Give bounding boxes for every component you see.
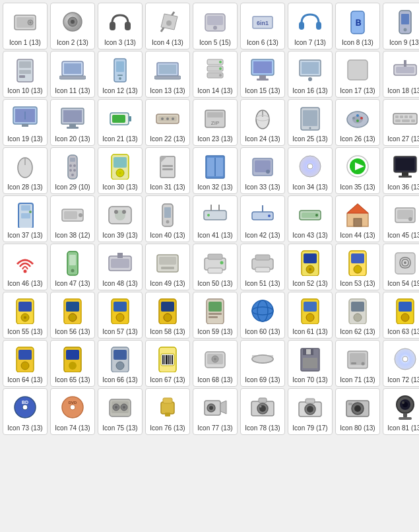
- icon-cell-45[interactable]: Icon 45 (13): [383, 195, 419, 242]
- icon-cell-58[interactable]: Icon 58 (13): [145, 292, 190, 339]
- icon-cell-30[interactable]: Icon 30 (13): [98, 147, 143, 194]
- icon-cell-6[interactable]: 6in1Icon 6 (13): [240, 3, 285, 50]
- icon-cell-28[interactable]: Icon 28 (13): [3, 147, 48, 194]
- icon-cell-5[interactable]: Icon 5 (15): [193, 3, 238, 50]
- icon-cell-31[interactable]: Icon 31 (13): [145, 147, 190, 194]
- icon-cell-25[interactable]: Icon 25 (13): [288, 99, 333, 146]
- icon-cell-57[interactable]: Icon 57 (13): [98, 292, 143, 339]
- icon-cell-39[interactable]: Icon 39 (13): [98, 195, 143, 242]
- icon-cell-1[interactable]: Icon 1 (13): [3, 3, 48, 50]
- icon-cell-3[interactable]: Icon 3 (13): [98, 3, 143, 50]
- icon-cell-36[interactable]: Icon 36 (13): [383, 147, 419, 194]
- icon-cell-18[interactable]: Icon 18 (13): [383, 51, 419, 98]
- icon-cell-17[interactable]: Icon 17 (13): [335, 51, 380, 98]
- svg-rect-165: [161, 267, 174, 269]
- icon-cell-33[interactable]: Icon 33 (13): [240, 147, 285, 194]
- icon-cell-11[interactable]: Icon 11 (13): [50, 51, 95, 98]
- icon-cell-20[interactable]: Icon 20 (13): [50, 99, 95, 146]
- svg-rect-233: [252, 355, 273, 359]
- icon-cell-44[interactable]: Icon 44 (13): [335, 195, 380, 242]
- svg-point-181: [404, 261, 406, 264]
- svg-rect-183: [18, 302, 32, 312]
- svg-rect-270: [306, 399, 315, 403]
- icon-image-41: [199, 199, 231, 230]
- icon-cell-77[interactable]: Icon 77 (13): [193, 388, 238, 435]
- icon-cell-67[interactable]: Icon 67 (13): [145, 340, 190, 387]
- svg-point-194: [164, 314, 172, 321]
- icon-cell-23[interactable]: ZIPIcon 23 (13): [193, 99, 238, 146]
- icon-cell-81[interactable]: Icon 81 (13): [383, 388, 419, 435]
- icon-cell-78[interactable]: Icon 78 (13): [240, 388, 285, 435]
- icon-cell-37[interactable]: Icon 37 (13): [3, 195, 48, 242]
- icon-cell-29[interactable]: Icon 29 (10): [50, 147, 95, 194]
- icon-cell-7[interactable]: Icon 7 (13): [288, 3, 333, 50]
- icon-cell-47[interactable]: Icon 47 (13): [50, 244, 95, 290]
- icon-cell-75[interactable]: Icon 75 (13): [98, 388, 143, 435]
- icon-cell-55[interactable]: Icon 55 (13): [3, 292, 48, 339]
- icon-cell-61[interactable]: Icon 61 (13): [288, 292, 333, 339]
- icon-cell-32[interactable]: Icon 32 (13): [193, 147, 238, 194]
- svg-point-83: [360, 117, 363, 119]
- icon-cell-73[interactable]: BDIcon 73 (13): [3, 388, 48, 435]
- icon-cell-74[interactable]: DVDIcon 74 (13): [50, 388, 95, 435]
- icon-cell-65[interactable]: Icon 65 (13): [50, 340, 95, 387]
- icon-cell-59[interactable]: Icon 59 (13): [193, 292, 238, 339]
- icon-cell-70[interactable]: Icon 70 (13): [288, 340, 333, 387]
- icon-cell-52[interactable]: Icon 52 (13): [288, 244, 333, 290]
- icon-cell-68[interactable]: Icon 68 (13): [193, 340, 238, 387]
- icon-cell-14[interactable]: Icon 14 (13): [193, 51, 238, 98]
- icon-cell-66[interactable]: Icon 66 (13): [98, 340, 143, 387]
- icon-cell-34[interactable]: Icon 34 (13): [288, 147, 333, 194]
- icon-cell-41[interactable]: Icon 41 (13): [193, 195, 238, 242]
- svg-point-256: [123, 406, 125, 409]
- icon-cell-22[interactable]: Icon 22 (13): [145, 99, 190, 146]
- icon-cell-27[interactable]: Icon 27 (13): [383, 99, 419, 146]
- icon-cell-35[interactable]: Icon 35 (13): [335, 147, 380, 194]
- icon-cell-64[interactable]: Icon 64 (13): [3, 340, 48, 387]
- svg-rect-64: [129, 116, 131, 121]
- icon-cell-63[interactable]: Icon 63 (13): [383, 292, 419, 339]
- icon-cell-62[interactable]: Icon 62 (13): [335, 292, 380, 339]
- icon-cell-8[interactable]: ʙIcon 8 (13): [335, 3, 380, 50]
- icon-cell-16[interactable]: Icon 16 (13): [288, 51, 333, 98]
- icon-cell-76[interactable]: Icon 76 (13): [145, 388, 190, 435]
- icon-cell-21[interactable]: Icon 21 (13): [98, 99, 143, 146]
- icon-cell-4[interactable]: Icon 4 (13): [145, 3, 190, 50]
- icon-cell-49[interactable]: Icon 49 (13): [145, 244, 190, 290]
- icon-label-58: Icon 58 (13): [150, 328, 185, 336]
- icon-cell-40[interactable]: Icon 40 (13): [145, 195, 190, 242]
- icon-cell-53[interactable]: Icon 53 (13): [335, 244, 380, 290]
- icon-cell-80[interactable]: Icon 80 (13): [335, 388, 380, 435]
- icon-cell-10[interactable]: Icon 10 (13): [3, 51, 48, 98]
- icon-cell-43[interactable]: Icon 43 (13): [288, 195, 333, 242]
- svg-point-155: [408, 217, 412, 221]
- icon-cell-72[interactable]: Icon 72 (13): [383, 340, 419, 387]
- icon-cell-19[interactable]: Icon 19 (13): [3, 99, 48, 146]
- icon-cell-38[interactable]: Icon 38 (12): [50, 195, 95, 242]
- svg-point-179: [354, 265, 362, 273]
- icon-cell-60[interactable]: Icon 60 (13): [240, 292, 285, 339]
- icon-cell-42[interactable]: Icon 42 (13): [240, 195, 285, 242]
- icon-label-73: Icon 73 (13): [7, 424, 42, 432]
- icon-cell-71[interactable]: Icon 71 (13): [335, 340, 380, 387]
- icon-cell-46[interactable]: Icon 46 (13): [3, 244, 48, 290]
- icon-cell-69[interactable]: Icon 69 (13): [240, 340, 285, 387]
- icon-cell-15[interactable]: Icon 15 (13): [240, 51, 285, 98]
- icon-cell-12[interactable]: Icon 12 (13): [98, 51, 143, 98]
- icon-cell-26[interactable]: Icon 26 (13): [335, 99, 380, 146]
- svg-point-176: [309, 268, 311, 271]
- icon-cell-48[interactable]: Icon 48 (13): [98, 244, 143, 290]
- icon-image-65: [57, 343, 88, 375]
- icon-cell-79[interactable]: Icon 79 (17): [288, 388, 333, 435]
- icon-cell-24[interactable]: Icon 24 (13): [240, 99, 285, 146]
- icon-cell-9[interactable]: Icon 9 (13): [383, 3, 419, 50]
- icon-label-34: Icon 34 (13): [292, 183, 327, 191]
- icon-cell-56[interactable]: Icon 56 (13): [50, 292, 95, 339]
- svg-rect-131: [64, 211, 77, 219]
- icon-cell-51[interactable]: Icon 51 (13): [240, 244, 285, 290]
- icon-cell-13[interactable]: Icon 13 (13): [145, 51, 190, 98]
- icon-cell-50[interactable]: Icon 50 (13): [193, 244, 238, 290]
- icon-cell-54[interactable]: Icon 54 (19): [383, 244, 419, 290]
- icon-cell-2[interactable]: Icon 2 (13): [50, 3, 95, 50]
- svg-point-6: [71, 20, 75, 24]
